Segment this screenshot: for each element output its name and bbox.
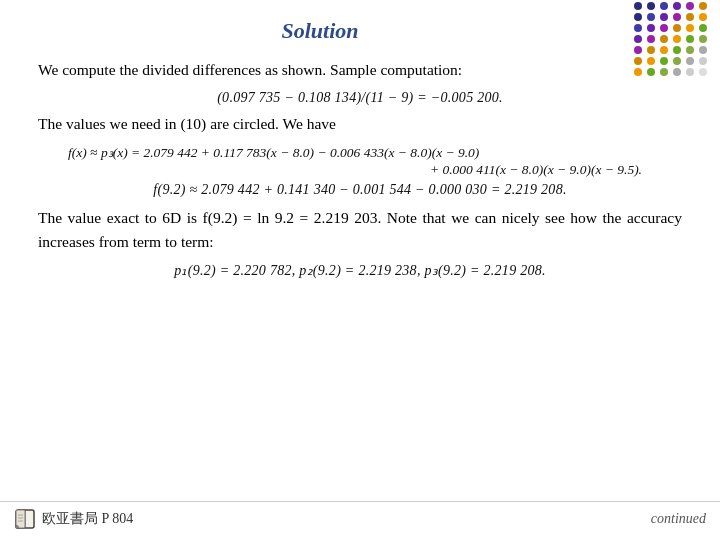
book-icon [14, 508, 36, 530]
page-container: Solution We compute the divided differen… [0, 0, 720, 540]
page-title: Solution [38, 18, 602, 44]
formula1: (0.097 735 − 0.108 134)/(11 − 9) = −0.00… [38, 90, 682, 106]
intro-paragraph: We compute the divided differences as sh… [38, 58, 682, 82]
formula3: f(9.2) ≈ 2.079 442 + 0.141 340 − 0.001 5… [38, 182, 682, 198]
formula2-line2: + 0.000 411(x − 8.0)(x − 9.0)(x − 9.5). [38, 162, 682, 178]
continued-label: continued [651, 511, 706, 527]
bottom-bar: 欧亚書局 P 804 continued [0, 501, 720, 530]
mid-text: The values we need in (10) are circled. … [38, 112, 682, 136]
publisher-text: 欧亚書局 P 804 [42, 510, 133, 528]
value-text: The value exact to 6D is f(9.2) = ln 9.2… [38, 206, 682, 254]
formula2-line1: f(x) ≈ p₃(x) = 2.079 442 + 0.117 783(x −… [38, 144, 682, 161]
svg-point-6 [16, 526, 19, 529]
formula2-block: f(x) ≈ p₃(x) = 2.079 442 + 0.117 783(x −… [38, 144, 682, 178]
formula4: p₁(9.2) = 2.220 782, p₂(9.2) = 2.219 238… [38, 262, 682, 279]
publisher-info: 欧亚書局 P 804 [14, 508, 133, 530]
